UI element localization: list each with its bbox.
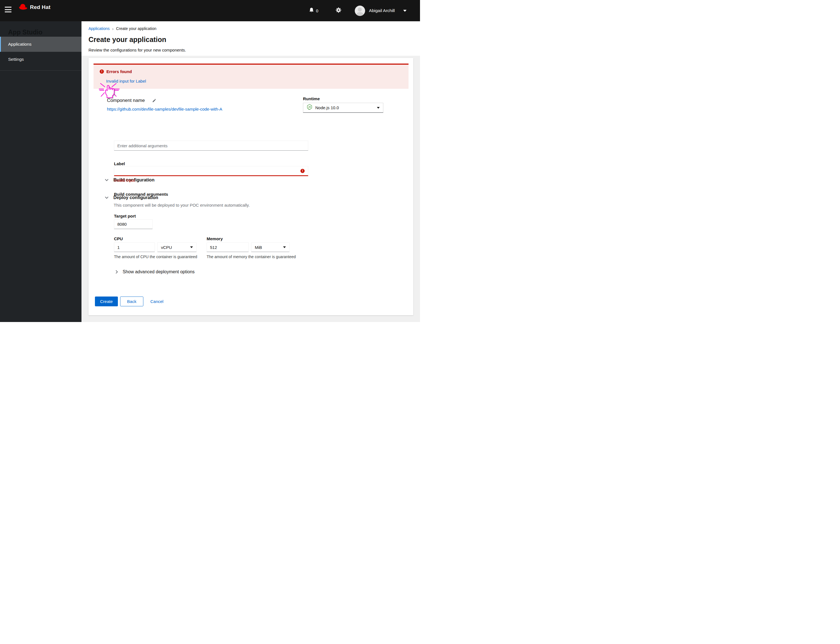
advanced-options-label: Show advanced deployment options [123, 269, 195, 274]
breadcrumb-current: Create your application [116, 26, 156, 31]
runtime-value: Node.js 10.0 [315, 105, 374, 110]
sidebar: App Studio Applications Settings [0, 21, 82, 322]
chevron-down-icon [283, 246, 286, 248]
settings-button[interactable] [336, 7, 341, 14]
exclamation-circle-icon: ! [100, 69, 104, 74]
cpu-input[interactable] [114, 243, 155, 252]
nav-toggle-hamburger-icon[interactable] [5, 7, 12, 15]
deploy-configuration-toggle[interactable]: Deploy configuration [105, 195, 158, 200]
deploy-description: This component will be deployed to your … [114, 203, 250, 207]
chevron-down-icon [105, 179, 108, 181]
memory-label: Memory [207, 236, 223, 241]
edit-pencil-icon[interactable] [152, 99, 156, 102]
sidebar-divider [0, 70, 82, 71]
form-card: ! Errors found Invalid input for Label [89, 58, 413, 315]
cpu-label: CPU [114, 236, 123, 241]
brand-text: Red Hat [30, 4, 50, 10]
gear-icon [336, 7, 341, 14]
cpu-unit-value: vCPU [161, 245, 172, 250]
exclamation-circle-icon: ! [301, 169, 305, 173]
target-port-label: Target port [114, 214, 136, 219]
cancel-link[interactable]: Cancel [150, 299, 164, 304]
create-button[interactable]: Create [95, 297, 118, 306]
label-error-text: Invalid input [114, 178, 135, 182]
memory-input[interactable] [207, 243, 249, 252]
cpu-help-text: The amount of CPU the container is guara… [114, 255, 197, 259]
chevron-down-icon [403, 10, 406, 12]
alert-error-link[interactable]: Invalid input for Label [106, 79, 146, 84]
nodejs-icon: JS [307, 104, 312, 112]
user-menu[interactable]: Abigail Archill [355, 6, 406, 16]
build-args-input[interactable] [114, 141, 308, 151]
redhat-brand[interactable]: Red Hat [18, 3, 50, 12]
chevron-down-icon [190, 246, 193, 248]
notification-count: 0 [316, 8, 318, 13]
breadcrumb: Applications › Create your application [89, 26, 156, 31]
alert-title: Errors found [107, 69, 132, 74]
main-content: Applications › Create your application C… [82, 21, 420, 322]
error-alert: ! Errors found Invalid input for Label [94, 64, 409, 89]
sidebar-item-settings[interactable]: Settings [0, 52, 82, 67]
masthead: Red Hat 0 [0, 0, 420, 21]
memory-unit-value: MiB [255, 245, 262, 250]
redhat-hat-icon [18, 3, 28, 12]
cpu-unit-select[interactable]: vCPU [157, 243, 197, 252]
svg-text:JS: JS [308, 105, 311, 108]
chevron-right-icon [116, 270, 118, 274]
component-name-label: Component name [107, 98, 145, 104]
memory-unit-select[interactable]: MiB [251, 243, 289, 252]
notifications-button[interactable]: 0 [309, 8, 318, 14]
deploy-configuration-title: Deploy configuration [113, 195, 158, 200]
bell-icon [309, 8, 314, 14]
user-name: Abigail Archill [369, 8, 395, 13]
breadcrumb-separator-icon: › [112, 26, 114, 31]
repo-url-link[interactable]: https://github.com/devfile-samples/devfi… [107, 107, 222, 112]
label-field-label: Label [114, 161, 125, 166]
page-subtitle: Review the configurations for your new c… [89, 48, 186, 53]
avatar [355, 6, 365, 16]
target-port-input[interactable] [114, 219, 153, 229]
advanced-options-toggle[interactable]: Show advanced deployment options [116, 269, 195, 274]
sidebar-item-applications[interactable]: Applications [0, 37, 82, 52]
runtime-select[interactable]: JS Node.js 10.0 [303, 103, 383, 113]
breadcrumb-applications-link[interactable]: Applications [89, 26, 110, 31]
chevron-down-icon [105, 197, 108, 199]
runtime-label: Runtime [303, 96, 320, 101]
chevron-down-icon [377, 107, 380, 108]
memory-help-text: The amount of memory the container is gu… [207, 255, 296, 259]
back-button[interactable]: Back [120, 297, 143, 306]
sidebar-title: App Studio [0, 21, 82, 37]
label-input[interactable] [114, 166, 308, 176]
page-title: Create your application [89, 36, 166, 44]
